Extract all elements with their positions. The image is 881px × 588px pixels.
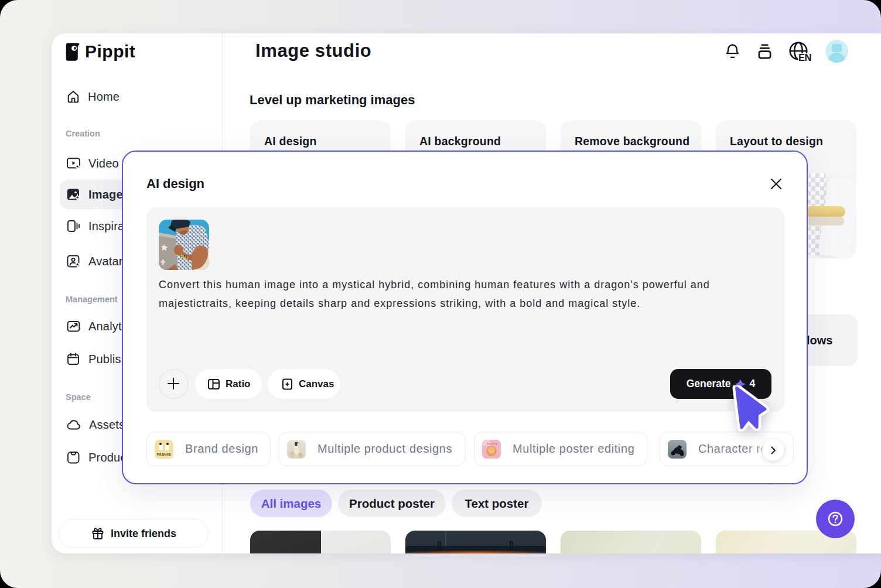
svg-text:Sweety: Sweety [487,442,497,445]
svg-text:EN: EN [798,52,811,63]
svg-text:FASHIO: FASHIO [157,453,171,456]
